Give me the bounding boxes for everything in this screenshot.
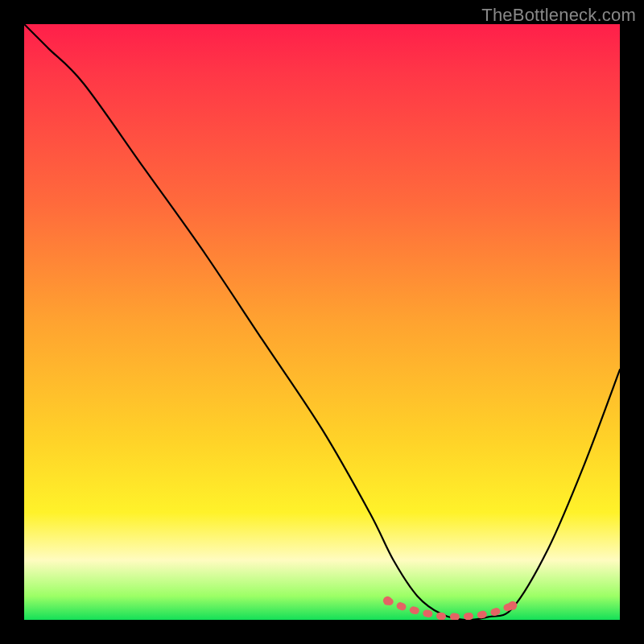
optimal-range-markers — [383, 597, 517, 617]
plot-area — [24, 24, 620, 620]
curve-layer — [24, 24, 620, 620]
optimal-range-segment — [387, 601, 512, 617]
optimal-range-endpoint — [383, 597, 392, 605]
chart-container: TheBottleneck.com — [0, 0, 644, 644]
optimal-range-endpoint — [508, 601, 517, 610]
watermark-text: TheBottleneck.com — [481, 5, 636, 26]
bottleneck-curve — [24, 24, 620, 620]
